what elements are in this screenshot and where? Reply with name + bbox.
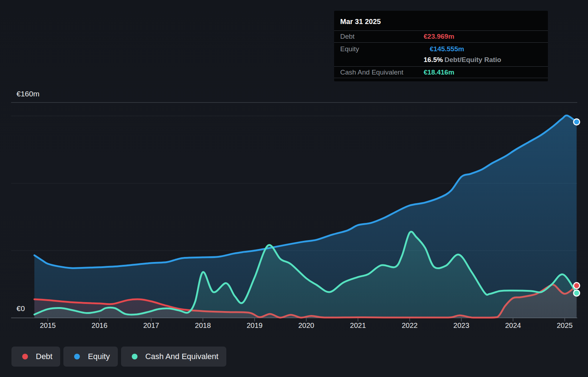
cash-and-equivalent-legend-dot-icon (132, 354, 138, 359)
debt-end-marker[interactable] (574, 283, 580, 289)
tooltip-equity-value: €145.555m (430, 43, 464, 56)
tooltip-date: Mar 31 2025 (334, 11, 548, 30)
tooltip-ratio-label: Debt/Equity Ratio (444, 56, 501, 63)
tooltip: Mar 31 2025 Debt €23.969m Equity €145.55… (334, 11, 548, 81)
equity-legend-dot-icon (74, 354, 80, 359)
x-tick-label-2017: 2017 (143, 321, 159, 330)
legend-item-equity[interactable]: Equity (63, 347, 117, 367)
tooltip-ratio-row: 16.5% Debt/Equity Ratio (424, 55, 548, 66)
tooltip-cash-value: €18.416m (424, 67, 454, 78)
x-tick-label-2025: 2025 (557, 321, 573, 330)
x-tick-label-2022: 2022 (402, 321, 418, 330)
x-tick-label-2021: 2021 (350, 321, 366, 330)
legend-label-equity: Equity (88, 352, 110, 361)
tooltip-row-equity: Equity €145.555m 16.5% Debt/Equity Ratio (334, 42, 548, 66)
legend-item-debt[interactable]: Debt (11, 347, 60, 367)
equity-end-marker[interactable] (574, 119, 580, 125)
y-axis-label-160m: €160m (16, 90, 39, 98)
x-tick-label-2018: 2018 (195, 321, 211, 330)
tooltip-debt-value: €23.969m (424, 31, 454, 42)
x-tick-label-2020: 2020 (298, 321, 314, 330)
legend-label-debt: Debt (36, 352, 52, 361)
legend: DebtEquityCash And Equivalent (11, 347, 226, 367)
x-tick-label-2015: 2015 (40, 321, 56, 330)
tooltip-ratio-value: 16.5% (424, 56, 443, 63)
tooltip-row-debt: Debt €23.969m (334, 30, 548, 42)
y-axis-label-0: €0 (16, 304, 25, 313)
debt-equity-history-chart: { "tooltip": { "title": "Mar 31 2025", "… (0, 0, 588, 377)
cash-and-equivalent-end-marker[interactable] (574, 290, 580, 296)
debt-legend-dot-icon (22, 354, 28, 359)
x-tick-label-2016: 2016 (92, 321, 108, 330)
tooltip-row-cash: Cash And Equivalent €18.416m (334, 66, 548, 78)
x-tick-label-2023: 2023 (453, 321, 469, 330)
tooltip-debt-label: Debt (340, 33, 355, 40)
tooltip-cash-label: Cash And Equivalent (340, 68, 403, 76)
legend-item-cash-and-equivalent[interactable]: Cash And Equivalent (121, 347, 226, 367)
legend-label-cash-and-equivalent: Cash And Equivalent (145, 352, 218, 361)
x-tick-label-2024: 2024 (505, 321, 521, 330)
tooltip-equity-label: Equity (340, 45, 359, 53)
x-tick-label-2019: 2019 (247, 321, 263, 330)
